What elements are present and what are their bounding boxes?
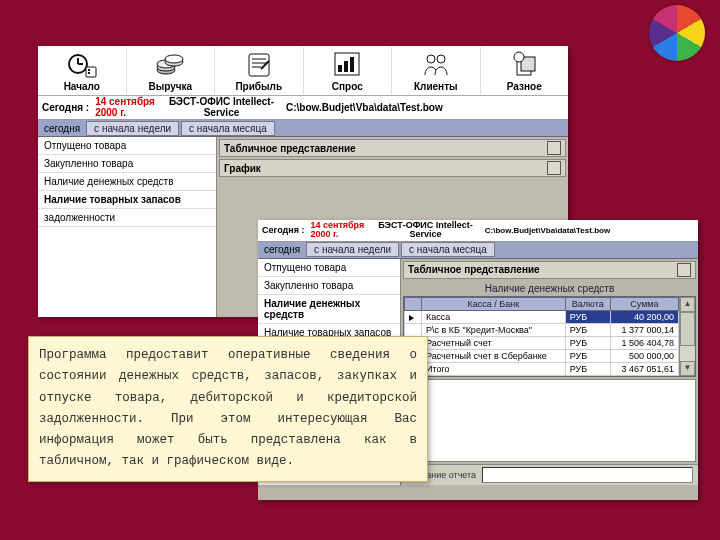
blank-area [403, 379, 696, 462]
list-item[interactable]: задолженности [38, 209, 216, 227]
today-date: 14 сентября2000 г. [95, 97, 155, 118]
svg-point-21 [437, 55, 445, 63]
today-label: Сегодня : [262, 225, 304, 235]
svg-rect-18 [344, 61, 348, 72]
vertical-scrollbar[interactable]: ▲ ▼ [679, 297, 695, 376]
toolbar-misc-button[interactable]: Разное [481, 47, 569, 94]
start-icon [66, 49, 98, 79]
table-title: Наличие денежных средств [401, 281, 698, 296]
footer-bar: Название отчета [401, 464, 698, 485]
collapse-icon[interactable] [677, 263, 691, 277]
today-date: 14 сентября2000 г. [310, 221, 364, 240]
file-path: C:\bow.Budjet\Vba\data\Test.bow [286, 102, 443, 113]
logo-icon [649, 5, 705, 61]
app-name: БЭСТ-ОФИС Intellect-Service [169, 97, 274, 118]
list-item[interactable]: Наличие товарных запасов [38, 191, 216, 209]
profit-icon [243, 49, 275, 79]
toolbar-label: Клиенты [414, 81, 458, 92]
view-chart-label: График [224, 163, 261, 174]
tab-week[interactable]: с начала недели [86, 121, 179, 136]
list-item[interactable]: Закупленно товара [258, 277, 400, 295]
table-row[interactable]: ИтогоРУБ3 467 051,61 [405, 362, 679, 375]
header-bar: Сегодня : 14 сентября2000 г. БЭСТ-ОФИС I… [38, 96, 568, 120]
view-table-row: Табличное представление [219, 139, 566, 157]
col-kassa[interactable]: Касса / Банк [422, 297, 566, 310]
scroll-thumb[interactable] [680, 312, 695, 346]
revenue-icon [154, 49, 186, 79]
toolbar-label: Прибыль [235, 81, 282, 92]
view-label: Табличное представление [408, 264, 540, 275]
svg-rect-4 [88, 69, 90, 71]
toolbar-label: Разное [507, 81, 542, 92]
table-row[interactable]: Расчетный счет в СбербанкеРУБ500 000,00 [405, 349, 679, 362]
list-item[interactable]: Отпущено товара [258, 259, 400, 277]
period-tabs: сегодня с начала недели с начала месяца [38, 120, 568, 137]
file-path: C:\bow.Budjet\Vba\data\Test.bow [485, 226, 610, 235]
left-list: Отпущено товара Закупленно товара Наличи… [38, 137, 217, 317]
main-toolbar: Начало Выручка Прибыль Спрос Клиенты Раз… [38, 46, 568, 96]
list-item[interactable]: Наличие денежных средств [38, 173, 216, 191]
svg-point-20 [427, 55, 435, 63]
svg-rect-5 [88, 72, 90, 74]
svg-rect-17 [338, 65, 342, 72]
expand-icon[interactable] [547, 161, 561, 175]
right-panel-2: Табличное представление Наличие денежных… [401, 259, 698, 485]
clients-icon [420, 49, 452, 79]
svg-point-24 [514, 52, 524, 62]
table-row[interactable]: Расчетный счетРУБ1 506 404,78 [405, 336, 679, 349]
col-currency[interactable]: Валюта [565, 297, 610, 310]
description-note: Программа предоставит оперативные сведен… [28, 336, 428, 482]
list-item[interactable]: Закупленно товара [38, 155, 216, 173]
header-bar-2: Сегодня : 14 сентября2000 г. БЭСТ-ОФИС I… [258, 220, 698, 242]
view-header: Табличное представление [403, 261, 696, 279]
list-item[interactable]: Наличие денежных средств [258, 295, 400, 324]
period-label: сегодня [38, 123, 86, 134]
tab-week[interactable]: с начала недели [306, 242, 399, 257]
view-table-label: Табличное представление [224, 143, 356, 154]
tab-month[interactable]: с начала месяца [401, 242, 495, 257]
toolbar-label: Начало [64, 81, 100, 92]
col-sum[interactable]: Сумма [610, 297, 678, 310]
today-label: Сегодня : [42, 102, 89, 113]
svg-rect-3 [86, 67, 96, 77]
report-name-input[interactable] [482, 467, 693, 483]
misc-icon [508, 49, 540, 79]
expand-icon[interactable] [547, 141, 561, 155]
toolbar-profit-button[interactable]: Прибыль [215, 47, 304, 94]
toolbar-label: Выручка [148, 81, 192, 92]
svg-rect-19 [350, 57, 354, 72]
data-table: Касса / Банк Валюта Сумма КассаРУБ40 200… [403, 296, 696, 377]
toolbar-demand-button[interactable]: Спрос [304, 47, 393, 94]
view-chart-row: График [219, 159, 566, 177]
table-row[interactable]: КассаРУБ40 200,00 [405, 310, 679, 323]
table-header-row: Касса / Банк Валюта Сумма [405, 297, 679, 310]
period-label: сегодня [258, 244, 306, 255]
current-row-icon [409, 315, 414, 321]
toolbar-clients-button[interactable]: Клиенты [392, 47, 481, 94]
toolbar-start-button[interactable]: Начало [38, 47, 127, 94]
period-tabs-2: сегодня с начала недели с начала месяца [258, 242, 698, 259]
svg-point-10 [165, 55, 183, 63]
toolbar-label: Спрос [332, 81, 363, 92]
table-row[interactable]: Р\с в КБ "Кредит-Москва"РУБ1 377 000,14 [405, 323, 679, 336]
list-item[interactable]: Отпущено товара [38, 137, 216, 155]
toolbar-revenue-button[interactable]: Выручка [127, 47, 216, 94]
scroll-down-button[interactable]: ▼ [680, 361, 695, 376]
demand-icon [331, 49, 363, 79]
scroll-up-button[interactable]: ▲ [680, 297, 695, 312]
tab-month[interactable]: с начала месяца [181, 121, 275, 136]
app-name: БЭСТ-ОФИС Intellect-Service [378, 221, 473, 240]
